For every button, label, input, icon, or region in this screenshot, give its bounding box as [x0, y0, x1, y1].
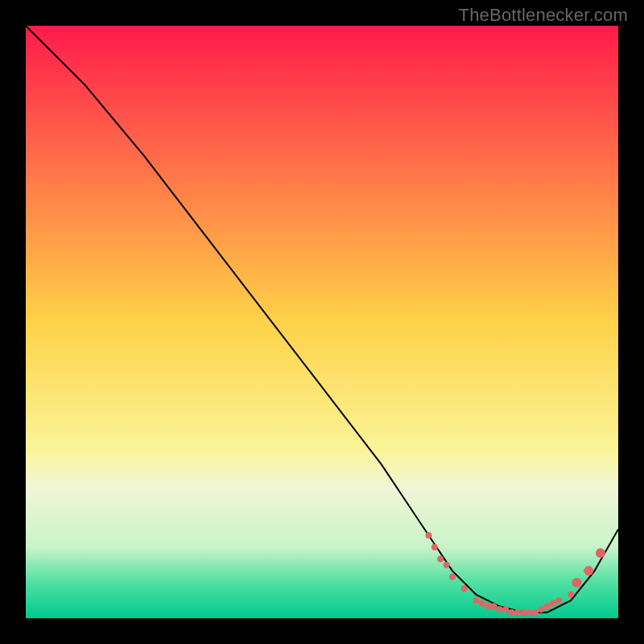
marker-point — [568, 592, 574, 598]
plot-area — [26, 26, 618, 618]
marker-point — [532, 609, 539, 616]
marker-point — [437, 555, 444, 562]
plot-background — [26, 26, 618, 618]
marker-point — [490, 603, 497, 609]
marker-point — [473, 597, 479, 604]
marker-point — [425, 532, 431, 539]
marker-point — [444, 562, 450, 568]
marker-point — [431, 544, 438, 551]
marker-point — [479, 601, 485, 607]
marker-point — [497, 606, 503, 613]
watermark-text: TheBottlenecker.com — [459, 5, 628, 26]
marker-point — [584, 566, 593, 576]
marker-point — [514, 609, 521, 616]
marker-point — [520, 609, 526, 616]
marker-point — [485, 603, 491, 609]
chart-stage: TheBottlenecker.com — [0, 0, 644, 644]
marker-point — [509, 609, 515, 616]
marker-point — [544, 603, 551, 609]
marker-point — [572, 578, 581, 588]
marker-point — [555, 597, 562, 604]
marker-point — [449, 573, 456, 580]
marker-point — [526, 609, 533, 616]
marker-point — [538, 606, 544, 613]
marker-point — [502, 606, 509, 613]
marker-point — [461, 585, 468, 592]
marker-point — [550, 601, 556, 607]
marker-point — [596, 548, 605, 558]
chart-svg — [26, 26, 618, 618]
